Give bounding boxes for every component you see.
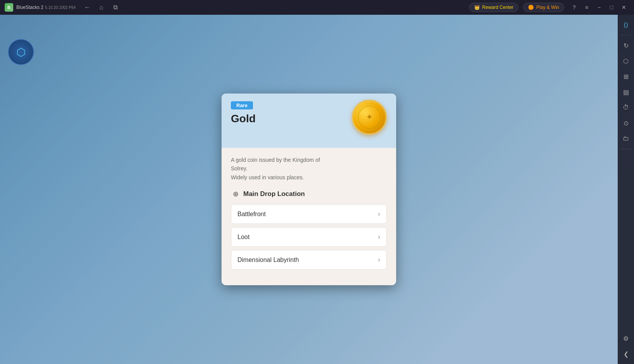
tabs-button[interactable]: ⧉ xyxy=(110,2,121,13)
coin-circle: ✦ xyxy=(352,100,387,135)
minimize-button[interactable]: − xyxy=(594,2,605,13)
titlebar: B BlueStacks 2 5.10.20.1002 P64 ← ⌂ ⧉ 👑 … xyxy=(0,0,634,15)
reward-center-label: Reward Center xyxy=(482,5,514,10)
location-item-loot[interactable]: Loot › xyxy=(231,227,387,247)
sidebar-divider-2 xyxy=(620,149,631,149)
menu-button[interactable]: ≡ xyxy=(581,2,592,13)
description-line3: Widely used in various places. xyxy=(231,174,304,180)
description-line2: Solrey. xyxy=(231,165,248,172)
app-logo: B xyxy=(5,3,13,12)
card-body: A gold coin issued by the Kingdom of Sol… xyxy=(222,148,396,285)
sidebar-layers-icon[interactable]: ▤ xyxy=(619,85,633,99)
sidebar-grid-icon[interactable]: ⊞ xyxy=(619,69,633,83)
location-item-battlefront[interactable]: Battlefront › xyxy=(231,204,387,224)
app-version: 5.10.20.1002 P64 xyxy=(45,5,76,10)
sidebar-clock-icon[interactable]: ⏱ xyxy=(619,101,633,114)
home-button[interactable]: ⌂ xyxy=(96,2,107,13)
dialog-overlay: Rare Gold ✦ A gold coin issued by the Ki… xyxy=(0,15,618,364)
labyrinth-chevron-icon: › xyxy=(378,256,380,264)
close-button[interactable]: ✕ xyxy=(618,2,629,13)
battlefront-chevron-icon: › xyxy=(378,210,380,218)
card-header: Rare Gold ✦ xyxy=(222,94,396,148)
location-battlefront-label: Battlefront xyxy=(237,211,266,218)
loot-chevron-icon: › xyxy=(378,233,380,241)
maximize-button[interactable]: □ xyxy=(606,2,617,13)
reward-center-icon: 👑 xyxy=(474,5,480,10)
description-line1: A gold coin issued by the Kingdom of xyxy=(231,157,320,163)
app-name: BlueStacks 2 xyxy=(16,5,43,10)
titlebar-actions: ? ≡ − □ ✕ xyxy=(569,2,629,13)
location-labyrinth-label: Dimensional Labyrinth xyxy=(237,257,299,263)
item-description: A gold coin issued by the Kingdom of Sol… xyxy=(231,156,387,182)
sidebar-refresh-icon[interactable]: ↻ xyxy=(619,38,633,52)
play-win-button[interactable]: 🟠 Play & Win xyxy=(523,3,564,12)
sidebar-arrow-icon[interactable]: ❮ xyxy=(619,347,633,361)
drop-location-title: Main Drop Location xyxy=(243,190,305,198)
sidebar-divider-1 xyxy=(620,35,631,35)
coin-symbol: ✦ xyxy=(358,106,381,129)
right-sidebar: ⟨⟩ ↻ ⬡ ⊞ ▤ ⏱ ⊙ 🗀 ⚙ ❮ xyxy=(618,15,634,364)
location-list: Battlefront › Loot › Dimensional Labyrin… xyxy=(231,204,387,277)
location-section-icon: ⊕ xyxy=(231,189,240,199)
play-win-label: Play & Win xyxy=(536,5,559,10)
sidebar-camera-icon[interactable]: ⊙ xyxy=(619,116,633,130)
item-dialog-card: Rare Gold ✦ A gold coin issued by the Ki… xyxy=(222,94,396,285)
drop-location-header: ⊕ Main Drop Location xyxy=(231,189,387,199)
coin-inner-symbol: ✦ xyxy=(366,112,373,122)
play-win-icon: 🟠 xyxy=(528,5,534,10)
coin-icon: ✦ xyxy=(352,100,387,135)
back-button[interactable]: ← xyxy=(82,2,93,13)
rarity-badge: Rare xyxy=(231,101,253,109)
reward-center-button[interactable]: 👑 Reward Center xyxy=(469,3,519,12)
help-button[interactable]: ? xyxy=(569,2,580,13)
titlebar-right: 👑 Reward Center 🟠 Play & Win ? ≡ − □ ✕ xyxy=(469,2,629,13)
sidebar-settings-icon[interactable]: ⚙ xyxy=(619,331,633,345)
sidebar-shield-icon[interactable]: ⬡ xyxy=(619,54,633,68)
location-item-dimensional-labyrinth[interactable]: Dimensional Labyrinth › xyxy=(231,250,387,270)
sidebar-expand-icon[interactable]: ⟨⟩ xyxy=(619,18,633,32)
sidebar-folder-icon[interactable]: 🗀 xyxy=(619,132,633,146)
location-loot-label: Loot xyxy=(237,234,249,241)
titlebar-nav: ← ⌂ ⧉ xyxy=(82,2,121,13)
